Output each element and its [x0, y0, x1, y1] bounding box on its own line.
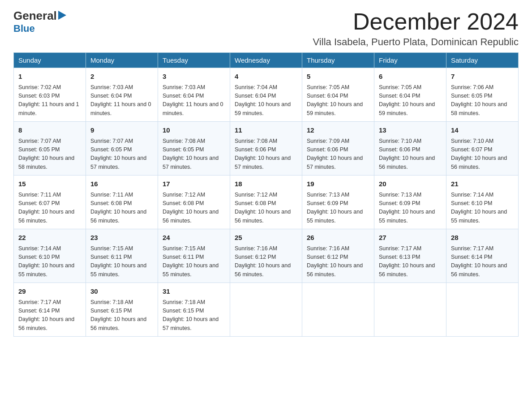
table-row: 16Sunrise: 7:11 AMSunset: 6:08 PMDayligh…: [86, 176, 158, 229]
day-number: 23: [90, 233, 153, 243]
day-info: Sunrise: 7:17 AMSunset: 6:14 PMDaylight:…: [451, 244, 514, 279]
logo-general: General: [13, 9, 57, 23]
day-info: Sunrise: 7:16 AMSunset: 6:12 PMDaylight:…: [235, 244, 297, 279]
day-info: Sunrise: 7:10 AMSunset: 6:06 PMDaylight:…: [379, 137, 442, 172]
day-number: 18: [235, 179, 297, 189]
day-info: Sunrise: 7:08 AMSunset: 6:05 PMDaylight:…: [163, 137, 225, 172]
header-thursday: Thursday: [302, 53, 374, 68]
calendar-table: Sunday Monday Tuesday Wednesday Thursday…: [13, 52, 519, 337]
table-row: 27Sunrise: 7:17 AMSunset: 6:13 PMDayligh…: [374, 229, 446, 283]
day-number: 1: [18, 72, 81, 82]
day-number: 11: [235, 125, 297, 136]
day-info: Sunrise: 7:02 AMSunset: 6:03 PMDaylight:…: [18, 83, 81, 118]
table-row: 28Sunrise: 7:17 AMSunset: 6:14 PMDayligh…: [446, 229, 519, 283]
table-row: 7Sunrise: 7:06 AMSunset: 6:05 PMDaylight…: [446, 68, 519, 122]
calendar-week-row: 29Sunrise: 7:17 AMSunset: 6:14 PMDayligh…: [14, 283, 519, 337]
header-monday: Monday: [86, 53, 158, 68]
day-info: Sunrise: 7:10 AMSunset: 6:07 PMDaylight:…: [451, 137, 514, 172]
day-number: 3: [163, 72, 225, 82]
day-number: 6: [379, 72, 442, 82]
logo-blue: Blue: [13, 23, 35, 34]
table-row: 17Sunrise: 7:12 AMSunset: 6:08 PMDayligh…: [158, 176, 230, 229]
table-row: 18Sunrise: 7:12 AMSunset: 6:08 PMDayligh…: [230, 176, 302, 229]
calendar-header-row: Sunday Monday Tuesday Wednesday Thursday…: [14, 53, 519, 68]
calendar-week-row: 1Sunrise: 7:02 AMSunset: 6:03 PMDaylight…: [14, 68, 519, 122]
day-info: Sunrise: 7:16 AMSunset: 6:12 PMDaylight:…: [307, 244, 369, 279]
day-number: 13: [379, 125, 442, 136]
day-number: 21: [451, 179, 514, 189]
calendar-week-row: 8Sunrise: 7:07 AMSunset: 6:05 PMDaylight…: [14, 122, 519, 176]
day-info: Sunrise: 7:07 AMSunset: 6:05 PMDaylight:…: [18, 137, 81, 172]
day-info: Sunrise: 7:17 AMSunset: 6:14 PMDaylight:…: [18, 298, 81, 333]
day-info: Sunrise: 7:12 AMSunset: 6:08 PMDaylight:…: [235, 191, 297, 226]
logo: General Blue: [13, 9, 66, 34]
day-info: Sunrise: 7:12 AMSunset: 6:08 PMDaylight:…: [163, 191, 225, 226]
day-number: 7: [451, 72, 514, 82]
header-tuesday: Tuesday: [158, 53, 230, 68]
day-number: 9: [90, 125, 153, 136]
header-wednesday: Wednesday: [230, 53, 302, 68]
table-row: 21Sunrise: 7:14 AMSunset: 6:10 PMDayligh…: [446, 176, 519, 229]
logo-triangle-icon: [58, 11, 66, 21]
day-number: 30: [90, 287, 153, 297]
day-number: 22: [18, 233, 81, 243]
table-row: [302, 283, 374, 337]
day-info: Sunrise: 7:17 AMSunset: 6:13 PMDaylight:…: [379, 244, 442, 279]
table-row: 9Sunrise: 7:07 AMSunset: 6:05 PMDaylight…: [86, 122, 158, 176]
table-row: 29Sunrise: 7:17 AMSunset: 6:14 PMDayligh…: [14, 283, 86, 337]
day-info: Sunrise: 7:06 AMSunset: 6:05 PMDaylight:…: [451, 83, 514, 118]
day-number: 29: [18, 287, 81, 297]
day-number: 10: [163, 125, 225, 136]
day-number: 16: [90, 179, 153, 189]
page-header: General Blue December 2024 Villa Isabela…: [13, 9, 519, 48]
table-row: 19Sunrise: 7:13 AMSunset: 6:09 PMDayligh…: [302, 176, 374, 229]
table-row: 12Sunrise: 7:09 AMSunset: 6:06 PMDayligh…: [302, 122, 374, 176]
table-row: 23Sunrise: 7:15 AMSunset: 6:11 PMDayligh…: [86, 229, 158, 283]
calendar-week-row: 22Sunrise: 7:14 AMSunset: 6:10 PMDayligh…: [14, 229, 519, 283]
table-row: 1Sunrise: 7:02 AMSunset: 6:03 PMDaylight…: [14, 68, 86, 122]
table-row: 15Sunrise: 7:11 AMSunset: 6:07 PMDayligh…: [14, 176, 86, 229]
month-title: December 2024: [313, 9, 519, 34]
table-row: 14Sunrise: 7:10 AMSunset: 6:07 PMDayligh…: [446, 122, 519, 176]
day-info: Sunrise: 7:18 AMSunset: 6:15 PMDaylight:…: [163, 298, 225, 333]
table-row: 11Sunrise: 7:08 AMSunset: 6:06 PMDayligh…: [230, 122, 302, 176]
header-friday: Friday: [374, 53, 446, 68]
day-number: 27: [379, 233, 442, 243]
day-number: 31: [163, 287, 225, 297]
day-number: 2: [90, 72, 153, 82]
table-row: 8Sunrise: 7:07 AMSunset: 6:05 PMDaylight…: [14, 122, 86, 176]
title-section: December 2024 Villa Isabela, Puerto Plat…: [313, 9, 519, 48]
day-number: 5: [307, 72, 369, 82]
table-row: 25Sunrise: 7:16 AMSunset: 6:12 PMDayligh…: [230, 229, 302, 283]
day-number: 28: [451, 233, 514, 243]
table-row: 10Sunrise: 7:08 AMSunset: 6:05 PMDayligh…: [158, 122, 230, 176]
day-number: 4: [235, 72, 297, 82]
location-title: Villa Isabela, Puerto Plata, Dominican R…: [313, 36, 519, 48]
table-row: [230, 283, 302, 337]
day-number: 25: [235, 233, 297, 243]
day-info: Sunrise: 7:09 AMSunset: 6:06 PMDaylight:…: [307, 137, 369, 172]
table-row: [374, 283, 446, 337]
table-row: 3Sunrise: 7:03 AMSunset: 6:04 PMDaylight…: [158, 68, 230, 122]
day-number: 15: [18, 179, 81, 189]
table-row: 2Sunrise: 7:03 AMSunset: 6:04 PMDaylight…: [86, 68, 158, 122]
day-number: 20: [379, 179, 442, 189]
day-info: Sunrise: 7:07 AMSunset: 6:05 PMDaylight:…: [90, 137, 153, 172]
table-row: 22Sunrise: 7:14 AMSunset: 6:10 PMDayligh…: [14, 229, 86, 283]
day-info: Sunrise: 7:14 AMSunset: 6:10 PMDaylight:…: [18, 244, 81, 279]
table-row: 20Sunrise: 7:13 AMSunset: 6:09 PMDayligh…: [374, 176, 446, 229]
svg-marker-0: [58, 11, 66, 20]
day-info: Sunrise: 7:15 AMSunset: 6:11 PMDaylight:…: [90, 244, 153, 279]
day-number: 17: [163, 179, 225, 189]
day-info: Sunrise: 7:15 AMSunset: 6:11 PMDaylight:…: [163, 244, 225, 279]
table-row: 24Sunrise: 7:15 AMSunset: 6:11 PMDayligh…: [158, 229, 230, 283]
day-info: Sunrise: 7:03 AMSunset: 6:04 PMDaylight:…: [90, 83, 153, 118]
day-info: Sunrise: 7:11 AMSunset: 6:08 PMDaylight:…: [90, 191, 153, 226]
day-info: Sunrise: 7:08 AMSunset: 6:06 PMDaylight:…: [235, 137, 297, 172]
day-number: 14: [451, 125, 514, 136]
table-row: [446, 283, 519, 337]
day-number: 26: [307, 233, 369, 243]
header-sunday: Sunday: [14, 53, 86, 68]
day-info: Sunrise: 7:03 AMSunset: 6:04 PMDaylight:…: [163, 83, 225, 118]
calendar-week-row: 15Sunrise: 7:11 AMSunset: 6:07 PMDayligh…: [14, 176, 519, 229]
